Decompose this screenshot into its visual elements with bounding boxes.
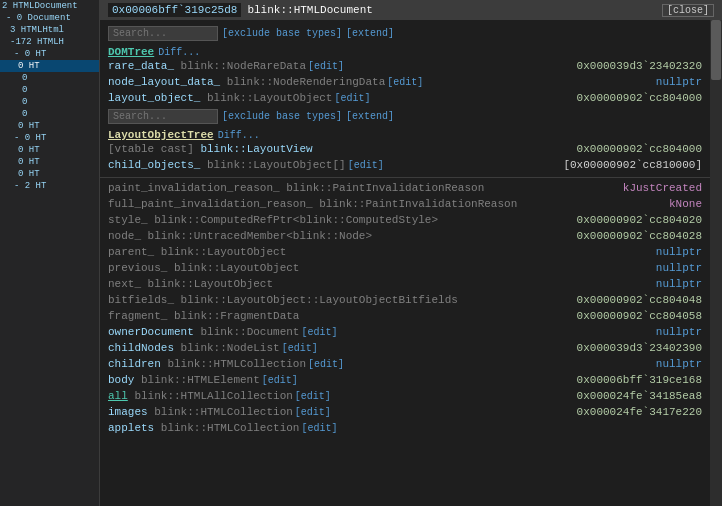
prop-name: images bbox=[108, 406, 148, 418]
title-classname: blink::HTMLDocument bbox=[247, 4, 372, 16]
tree-item[interactable]: - 0 Document bbox=[0, 12, 99, 24]
second-exclude-label[interactable]: [exclude base types] bbox=[222, 111, 342, 122]
prop-value: 0x000024fe`34185ea8 bbox=[577, 390, 702, 402]
prop-value: 0x00000902`cc804000 bbox=[577, 92, 702, 104]
prop-name: children bbox=[108, 358, 161, 370]
tree-item[interactable]: 3 HTMLHtml bbox=[0, 24, 99, 36]
title-address: 0x00006bff`319c25d8 bbox=[108, 3, 241, 17]
prop-edit[interactable]: [edit] bbox=[334, 93, 370, 104]
content-area: [exclude base types] [extend] DOMTree Di… bbox=[100, 20, 722, 506]
first-search-row: [exclude base types] [extend] bbox=[100, 24, 710, 43]
second-search-input[interactable] bbox=[108, 109, 218, 124]
prop-full-paint-invalidation: full_paint_invalidation_reason_ blink::P… bbox=[100, 197, 710, 213]
prop-edit[interactable]: [edit] bbox=[308, 359, 344, 370]
prop-name: ownerDocument bbox=[108, 326, 194, 338]
layoutobjecttree-label[interactable]: LayoutObjectTree bbox=[108, 129, 214, 141]
domtree-label[interactable]: DOMTree bbox=[108, 46, 154, 58]
scroll-content[interactable]: [exclude base types] [extend] DOMTree Di… bbox=[100, 20, 710, 506]
prop-name: node_ bbox=[108, 230, 141, 242]
prop-value: 0x000039d3`23402320 bbox=[577, 60, 702, 72]
prop-name: node_layout_data_ bbox=[108, 76, 220, 88]
layoutobjecttree-header: LayoutObjectTree Diff... bbox=[100, 128, 710, 142]
prop-type: blink::HTMLCollection bbox=[161, 358, 306, 370]
prop-edit[interactable]: [edit] bbox=[295, 391, 331, 402]
prop-type: blink::ComputedRefPtr<blink::ComputedSty… bbox=[148, 214, 438, 226]
prop-applets: applets blink::HTMLCollection [edit] bbox=[100, 421, 710, 437]
vtable-row: [vtable cast] blink::LayoutView 0x000009… bbox=[100, 142, 710, 158]
domtree-diff[interactable]: Diff... bbox=[158, 47, 200, 58]
prop-all: all blink::HTMLAllCollection [edit] 0x00… bbox=[100, 389, 710, 405]
prop-value: kNone bbox=[669, 198, 702, 210]
prop-type: blink::PaintInvalidationReason bbox=[313, 198, 518, 210]
prop-value: nullptr bbox=[656, 278, 702, 290]
close-button[interactable]: [close] bbox=[662, 4, 714, 17]
prop-edit[interactable]: [edit] bbox=[348, 160, 384, 171]
prop-bitfields: bitfields_ blink::LayoutObject::LayoutOb… bbox=[100, 293, 710, 309]
domtree-header: DOMTree Diff... bbox=[100, 45, 710, 59]
prop-type: blink::LayoutObject bbox=[154, 246, 286, 258]
tree-item[interactable]: 2 HTMLDocument bbox=[0, 0, 99, 12]
prop-node-layout-data: node_layout_data_ blink::NodeRenderingDa… bbox=[100, 75, 710, 91]
first-search-input[interactable] bbox=[108, 26, 218, 41]
prop-type: blink::FragmentData bbox=[167, 310, 299, 322]
prop-next: next_ blink::LayoutObject nullptr bbox=[100, 277, 710, 293]
vtable-type-link[interactable]: blink::LayoutView bbox=[200, 143, 312, 155]
prop-children: children blink::HTMLCollection [edit] nu… bbox=[100, 357, 710, 373]
prop-name: paint_invalidation_reason_ bbox=[108, 182, 280, 194]
prop-edit[interactable]: [edit] bbox=[282, 343, 318, 354]
tree-item[interactable]: 0 bbox=[0, 84, 99, 96]
prop-name: full_paint_invalidation_reason_ bbox=[108, 198, 313, 210]
prop-name: child_objects_ bbox=[108, 159, 200, 171]
tree-item[interactable]: 0 HT bbox=[0, 120, 99, 132]
prop-type: blink::Document bbox=[194, 326, 300, 338]
prop-edit[interactable]: [edit] bbox=[387, 77, 423, 88]
tree-item[interactable]: 0 bbox=[0, 108, 99, 120]
prop-name: layout_object_ bbox=[108, 92, 200, 104]
vtable-cast-label: [vtable cast] bbox=[108, 143, 200, 155]
title-bar: 0x00006bff`319c25d8 blink::HTMLDocument … bbox=[100, 0, 722, 20]
prop-edit[interactable]: [edit] bbox=[295, 407, 331, 418]
tree-item[interactable]: -172 HTMLH bbox=[0, 36, 99, 48]
prop-edit[interactable]: [edit] bbox=[308, 61, 344, 72]
scrollbar[interactable] bbox=[710, 20, 722, 506]
prop-type: blink::HTMLCollection bbox=[154, 422, 299, 434]
tree-item[interactable]: 0 HT bbox=[0, 144, 99, 156]
second-extend-label[interactable]: [extend] bbox=[346, 111, 394, 122]
prop-name: body bbox=[108, 374, 134, 386]
prop-type: blink::HTMLCollection bbox=[148, 406, 293, 418]
prop-node: node_ blink::UntracedMember<blink::Node>… bbox=[100, 229, 710, 245]
prop-type: blink::LayoutObject[] bbox=[200, 159, 345, 171]
prop-value: 0x000024fe`3417e220 bbox=[577, 406, 702, 418]
prop-value: nullptr bbox=[656, 76, 702, 88]
prop-type: blink::PaintInvalidationReason bbox=[280, 182, 485, 194]
prop-name: bitfields_ bbox=[108, 294, 174, 306]
prop-type: blink::LayoutObject bbox=[200, 92, 332, 104]
prop-value: kJustCreated bbox=[623, 182, 702, 194]
prop-rare-data: rare_data_ blink::NodeRareData [edit] 0x… bbox=[100, 59, 710, 75]
tree-item[interactable]: - 2 HT bbox=[0, 180, 99, 192]
first-extend-label[interactable]: [extend] bbox=[346, 28, 394, 39]
tree-item[interactable]: 0 bbox=[0, 96, 99, 108]
prop-type: blink::NodeRenderingData bbox=[220, 76, 385, 88]
prop-previous: previous_ blink::LayoutObject nullptr bbox=[100, 261, 710, 277]
prop-child-nodes: childNodes blink::NodeList [edit] 0x0000… bbox=[100, 341, 710, 357]
main-panel: 0x00006bff`319c25d8 blink::HTMLDocument … bbox=[100, 0, 722, 506]
prop-name: rare_data_ bbox=[108, 60, 174, 72]
prop-edit[interactable]: [edit] bbox=[262, 375, 298, 386]
tree-item[interactable]: 0 HT bbox=[0, 156, 99, 168]
prop-type: blink::HTMLAllCollection bbox=[128, 390, 293, 402]
scrollbar-thumb[interactable] bbox=[711, 20, 721, 80]
tree-item[interactable]: 0 bbox=[0, 72, 99, 84]
first-exclude-label[interactable]: [exclude base types] bbox=[222, 28, 342, 39]
layoutobjecttree-diff[interactable]: Diff... bbox=[218, 130, 260, 141]
prop-paint-invalidation: paint_invalidation_reason_ blink::PaintI… bbox=[100, 181, 710, 197]
prop-images: images blink::HTMLCollection [edit] 0x00… bbox=[100, 405, 710, 421]
tree-item[interactable]: 0 HT bbox=[0, 168, 99, 180]
prop-edit[interactable]: [edit] bbox=[301, 327, 337, 338]
prop-edit[interactable]: [edit] bbox=[301, 423, 337, 434]
tree-item[interactable]: - 0 HT bbox=[0, 48, 99, 60]
prop-parent: parent_ blink::LayoutObject nullptr bbox=[100, 245, 710, 261]
tree-item[interactable]: 0 HT bbox=[0, 60, 99, 72]
prop-value: nullptr bbox=[656, 262, 702, 274]
tree-item[interactable]: - 0 HT bbox=[0, 132, 99, 144]
